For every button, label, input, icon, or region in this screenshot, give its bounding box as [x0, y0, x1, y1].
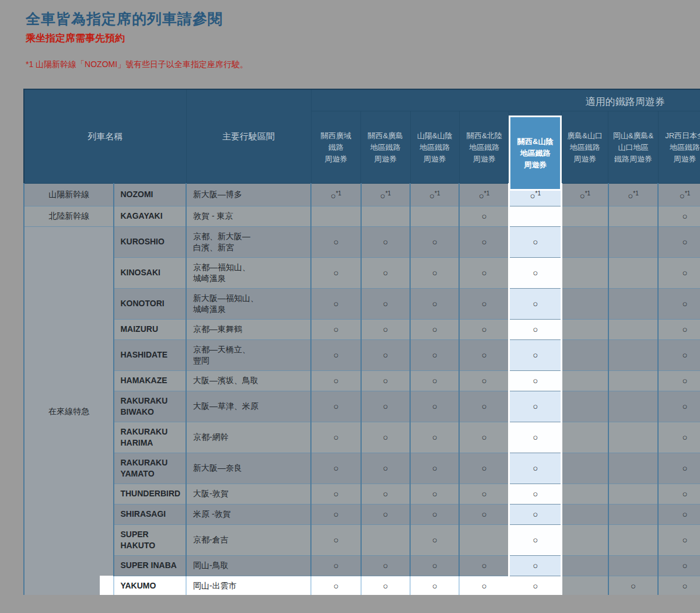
pass-cell: ○ [459, 370, 509, 391]
pass-cell: ○ [410, 257, 459, 288]
pass-cell: ○ [410, 288, 459, 319]
pass-cell: ○ [459, 422, 509, 453]
available-circle-icon: ○ [481, 324, 487, 334]
pass-cell [608, 484, 658, 504]
available-circle-icon: ○ [530, 191, 535, 201]
pass-header-label: JR西日本全地區鐵路周遊券 [659, 111, 700, 183]
pass-cell [608, 391, 658, 422]
table-row-super-inaba[interactable]: SUPER INABA岡山-鳥取○○○○○○ [24, 555, 700, 576]
table-row-kuroshio[interactable]: 在來線特急KUROSHIO京都、新大阪—白濱、新宮○○○○○○ [24, 226, 700, 257]
pass-cell: ○ [459, 288, 509, 319]
pass-cell: ○*1 [361, 184, 410, 206]
note-reference-mark: *1 [685, 190, 690, 197]
pass-cell [410, 206, 459, 226]
pass-cell [608, 226, 658, 257]
pass-cell: ○ [459, 319, 509, 339]
pass-cell [562, 555, 608, 576]
pass-cell: ○ [361, 257, 410, 288]
available-circle-icon: ○ [432, 237, 438, 247]
pass-cell: ○ [311, 319, 360, 339]
available-circle-icon: ○ [682, 211, 688, 221]
pass-cell: ○ [361, 391, 410, 422]
col-header-pass-5[interactable]: 廣島&山口地區鐵路周遊券 [562, 111, 608, 184]
table-row-maizuru[interactable]: MAIZURU京都—東舞鶴○○○○○○ [24, 319, 700, 339]
available-circle-icon: ○ [682, 324, 688, 334]
available-circle-icon: ○ [333, 581, 338, 591]
available-circle-icon: ○ [383, 299, 388, 309]
table-row-shirasagi[interactable]: SHIRASAGI米原 -敦賀○○○○○○ [24, 504, 700, 524]
col-header-pass-4-highlighted[interactable]: 關西&山陰地區鐵路周遊券 [509, 111, 562, 184]
available-circle-icon: ○ [481, 268, 487, 278]
route-cell: 京都、新大阪—白濱、新宮 [186, 226, 311, 257]
table-row-hamakaze[interactable]: HAMAKAZE大阪—濱坂、鳥取○○○○○○ [24, 370, 700, 391]
table-row-hashidate[interactable]: HASHIDATE京都—天橋立、豐岡○○○○○○ [24, 339, 700, 370]
table-row-rakuraku-yamato[interactable]: RAKURAKU YAMATO新大阪—奈良○○○○○○ [24, 453, 700, 484]
pass-cell [608, 524, 658, 555]
col-header-pass-0[interactable]: 關西廣域鐵路周遊券 [311, 111, 360, 184]
table-viewport: 列車名稱主要行駛區間適用的鐵路周遊券關西廣域鐵路周遊券關西&廣島地區鐵路周遊券山… [23, 89, 700, 595]
available-circle-icon: ○ [682, 237, 688, 247]
pass-cell: ○ [361, 576, 410, 595]
pass-cell: ○ [459, 339, 509, 370]
category-cell: 北陸新幹線 [24, 206, 114, 226]
pass-cell: ○ [410, 370, 459, 391]
table-row-konotori[interactable]: KONOTORI新大阪—福知山、城崎溫泉○○○○○○ [24, 288, 700, 319]
pass-cell: ○ [509, 370, 562, 391]
table-row-thunderbird[interactable]: THUNDERBIRD大阪-敦賀○○○○○○ [24, 484, 700, 504]
pass-cell: ○ [361, 453, 410, 484]
train-name-cell: NOZOMI [114, 184, 186, 206]
pass-cell [562, 422, 608, 453]
pass-cell: ○ [509, 257, 562, 288]
route-cell: 大阪-敦賀 [186, 484, 311, 504]
available-circle-icon: ○ [479, 191, 484, 201]
table-row-rakuraku-harima[interactable]: RAKURAKU HARIMA京都-網幹○○○○○○ [24, 422, 700, 453]
available-circle-icon: ○ [533, 376, 538, 386]
pass-cell: ○ [311, 288, 360, 319]
available-circle-icon: ○ [333, 268, 338, 278]
category-cell: 山陽新幹線 [24, 184, 114, 206]
pass-cell: ○ [658, 288, 700, 319]
train-name-cell: KONOTORI [114, 288, 186, 319]
table-row-kagayaki[interactable]: 北陸新幹線KAGAYAKI敦賀 - 東京○○ [24, 206, 700, 226]
col-header-pass-2[interactable]: 山陽&山陰地區鐵路周遊券 [410, 111, 459, 184]
col-header-pass-7[interactable]: JR西日本全地區鐵路周遊券 [658, 111, 700, 184]
route-cell: 新大阪—福知山、城崎溫泉 [186, 288, 311, 319]
pass-cell [361, 524, 410, 555]
route-cell: 京都-網幹 [186, 422, 311, 453]
route-cell: 京都—東舞鶴 [186, 319, 311, 339]
table-row-super-hakuto[interactable]: SUPER HAKUTO京都-倉吉○○○○ [24, 524, 700, 555]
table-row-nozomi[interactable]: 山陽新幹線NOZOMI新大阪—博多○*1○*1○*1○*1○*1○*1○*1○*… [24, 184, 700, 206]
train-name-cell: YAKUMO [114, 576, 186, 595]
pass-group-label: 適用的鐵路周遊券 [586, 95, 665, 108]
available-circle-icon: ○ [682, 463, 688, 473]
pass-cell: ○ [658, 484, 700, 504]
pass-cell [562, 206, 608, 226]
table-row-rakuraku-biwako[interactable]: RAKURAKU BIWAKO大阪—草津、米原○○○○○○ [24, 391, 700, 422]
table-row-yakumo[interactable]: YAKUMO岡山-出雲市○○○○○○○ [24, 576, 700, 595]
pass-cell: ○ [509, 339, 562, 370]
col-header-pass-3[interactable]: 關西&北陸地區鐵路周遊券 [459, 111, 509, 184]
pass-cell [562, 319, 608, 339]
note-reference-mark: *1 [585, 190, 590, 197]
available-circle-icon: ○ [383, 561, 388, 570]
page: 全車皆為指定席的列車請參閱 乘坐指定席需事先預約 *1 山陽新幹線「NOZOMI… [0, 0, 700, 613]
available-circle-icon: ○ [383, 463, 388, 473]
col-header-pass-1[interactable]: 關西&廣島地區鐵路周遊券 [361, 111, 410, 184]
note-reference-mark: *1 [484, 190, 489, 197]
pass-cell [562, 226, 608, 257]
available-circle-icon: ○ [481, 561, 487, 570]
train-name-cell: RAKURAKU HARIMA [114, 422, 186, 453]
available-circle-icon: ○ [333, 299, 338, 309]
available-circle-icon: ○ [432, 581, 438, 591]
available-circle-icon: ○ [481, 432, 487, 442]
pass-cell: ○ [658, 453, 700, 484]
col-header-pass-6[interactable]: 岡山&廣島&山口地區鐵路周遊券 [608, 111, 658, 184]
available-circle-icon: ○ [333, 350, 338, 360]
route-cell: 大阪—濱坂、鳥取 [186, 370, 311, 391]
page-title: 全車皆為指定席的列車請參閱 [26, 9, 223, 29]
table-body: 山陽新幹線NOZOMI新大阪—博多○*1○*1○*1○*1○*1○*1○*1○*… [24, 184, 700, 596]
available-circle-icon: ○ [383, 268, 388, 278]
table-row-kinosaki[interactable]: KINOSAKI京都—福知山、城崎溫泉○○○○○○ [24, 257, 700, 288]
pass-cell [509, 206, 562, 226]
pass-cell: ○ [509, 504, 562, 524]
